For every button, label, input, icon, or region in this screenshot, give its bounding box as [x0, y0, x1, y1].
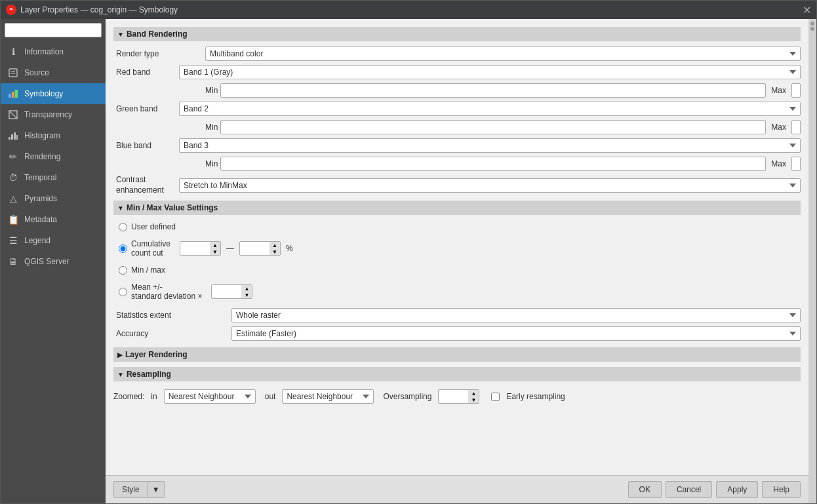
mean-input[interactable]: 2.00: [212, 286, 241, 298]
svg-rect-10: [14, 132, 16, 140]
mean-down[interactable]: ▼: [241, 292, 252, 298]
out-label: out: [265, 392, 276, 401]
sidebar-item-metadata[interactable]: 📋 Metadata: [1, 209, 106, 230]
red-min-input[interactable]: 0: [220, 83, 766, 98]
mean-label: Mean +/-standard deviation ×: [131, 282, 202, 301]
sidebar-item-source[interactable]: Source: [1, 62, 106, 83]
sidebar-item-legend-label: Legend: [24, 236, 50, 245]
green-band-label: Green band: [113, 104, 179, 113]
scroll-dot-2: [810, 27, 814, 31]
render-type-select[interactable]: Multiband color Singleband gray Singleba…: [205, 47, 801, 61]
sidebar-item-transparency[interactable]: Transparency: [1, 104, 106, 125]
ok-button[interactable]: OK: [628, 481, 662, 498]
mean-radio[interactable]: [119, 288, 127, 296]
user-defined-radio[interactable]: [119, 223, 127, 231]
in-label: in: [151, 392, 157, 401]
mean-up[interactable]: ▲: [241, 285, 252, 292]
zoomed-label: Zoomed:: [113, 392, 144, 401]
mean-btns: ▲ ▼: [241, 285, 252, 298]
cumulative-inputs: 2.0 ▲ ▼ — 98.0 ▲: [180, 241, 293, 256]
sidebar-item-histogram-label: Histogram: [24, 131, 60, 140]
green-min-input[interactable]: 0: [220, 120, 766, 134]
search-input[interactable]: [5, 23, 102, 37]
cumulative-max-spinbox: 98.0 ▲ ▼: [239, 241, 281, 256]
resampling-row: Zoomed: in Nearest Neighbour Bilinear Cu…: [113, 387, 801, 406]
help-button[interactable]: Help: [762, 481, 801, 498]
oversampling-spinbox: 2.00 ▲ ▼: [438, 389, 479, 404]
resampling-in-select[interactable]: Nearest Neighbour Bilinear Cubic: [164, 389, 256, 404]
early-resampling-checkbox[interactable]: [491, 393, 500, 401]
red-band-select[interactable]: Band 1 (Gray) Band 2 Band 3 Not set: [179, 65, 801, 79]
source-icon: [7, 67, 19, 79]
band-rendering-section-header[interactable]: ▼ Band Rendering: [113, 27, 801, 41]
red-band-row: Red band Band 1 (Gray) Band 2 Band 3 Not…: [113, 65, 801, 79]
blue-band-select[interactable]: Band 3 Band 1 (Gray) Band 2 Not set: [179, 138, 801, 153]
percent-label: %: [286, 244, 293, 253]
bottom-bar: Style ▼ OK Cancel Apply Help: [106, 475, 808, 503]
blue-max-input[interactable]: 661: [791, 157, 801, 171]
band-rendering-arrow: ▼: [117, 31, 124, 38]
main-panel: ▼ Band Rendering Render type Multiband c…: [106, 19, 808, 503]
cumulative-min-down[interactable]: ▼: [210, 248, 220, 255]
sidebar-item-qgis-server[interactable]: 🖥 QGIS Server: [1, 251, 106, 272]
green-max-input[interactable]: 595: [791, 120, 801, 134]
sidebar-item-symbology[interactable]: Symbology: [1, 83, 106, 104]
oversampling-down[interactable]: ▼: [468, 397, 479, 403]
minmax-arrow: ▼: [117, 204, 124, 212]
layer-rendering-section-header[interactable]: ▶ Layer Rendering: [113, 347, 801, 362]
cancel-button[interactable]: Cancel: [666, 481, 712, 498]
resampling-arrow: ▼: [117, 371, 124, 378]
temporal-icon: ⏱: [7, 172, 19, 184]
accuracy-control: Estimate (Faster) Actual (slower): [231, 326, 801, 341]
green-band-select[interactable]: Band 2 Band 1 (Gray) Band 3 Not set: [179, 102, 801, 116]
oversampling-up[interactable]: ▲: [468, 390, 479, 397]
sidebar-item-pyramids[interactable]: △ Pyramids: [1, 188, 106, 209]
svg-rect-11: [16, 135, 18, 140]
resampling-section-header[interactable]: ▼ Resampling: [113, 367, 801, 381]
close-button[interactable]: ✕: [803, 4, 811, 16]
early-resampling-label: Early resampling: [506, 392, 565, 401]
red-max-input[interactable]: 529: [791, 83, 801, 98]
cumulative-min-up[interactable]: ▲: [210, 242, 220, 248]
blue-min-input[interactable]: 0: [220, 157, 766, 171]
blue-minmax-row: Min 0 Max 661: [113, 157, 801, 171]
blue-max-label: Max: [771, 159, 786, 168]
sidebar-item-rendering[interactable]: ✏ Rendering: [1, 146, 106, 167]
resampling-out-select[interactable]: Nearest Neighbour Bilinear Cubic: [282, 389, 374, 404]
apply-button[interactable]: Apply: [716, 481, 758, 498]
cumulative-max-input[interactable]: 98.0: [240, 242, 269, 254]
contrast-select[interactable]: Stretch to MinMax No enhancement Stretch…: [179, 178, 801, 193]
statistics-extent-select[interactable]: Whole raster Current canvas Updated canv…: [231, 308, 801, 322]
sidebar-item-histogram[interactable]: Histogram: [1, 125, 106, 146]
symbology-icon: [7, 88, 19, 100]
cumulative-radio[interactable]: [119, 244, 127, 253]
sidebar-item-legend[interactable]: ☰ Legend: [1, 230, 106, 251]
sidebar-item-information[interactable]: ℹ Information: [1, 41, 106, 62]
app-icon: [6, 5, 16, 15]
blue-band-row: Blue band Band 3 Band 1 (Gray) Band 2 No…: [113, 138, 801, 153]
svg-rect-6: [15, 90, 18, 98]
resampling-title: Resampling: [127, 370, 171, 379]
cumulative-max-btns: ▲ ▼: [269, 242, 280, 255]
svg-rect-4: [9, 94, 11, 98]
cumulative-row: Cumulativecount cut 2.0 ▲ ▼ —: [119, 237, 801, 260]
green-minmax-row: Min 0 Max 595: [113, 120, 801, 134]
accuracy-select[interactable]: Estimate (Faster) Actual (slower): [231, 326, 801, 341]
minmax-section-header[interactable]: ▼ Min / Max Value Settings: [113, 201, 801, 215]
cumulative-min-input[interactable]: 2.0: [180, 242, 210, 254]
right-decoration: [808, 19, 816, 503]
oversampling-btns: ▲ ▼: [468, 390, 479, 403]
transparency-icon: [7, 109, 19, 121]
style-button[interactable]: Style: [113, 481, 148, 498]
pyramids-icon: △: [7, 193, 19, 204]
cumulative-max-up[interactable]: ▲: [269, 242, 280, 248]
sidebar-item-symbology-label: Symbology: [24, 89, 63, 98]
green-band-row: Green band Band 2 Band 1 (Gray) Band 3 N…: [113, 102, 801, 116]
sidebar-item-temporal[interactable]: ⏱ Temporal: [1, 167, 106, 188]
cumulative-max-down[interactable]: ▼: [269, 248, 280, 255]
oversampling-input[interactable]: 2.00: [439, 391, 468, 402]
style-dropdown-button[interactable]: ▼: [148, 481, 165, 498]
statistics-extent-row: Statistics extent Whole raster Current c…: [113, 308, 801, 322]
minmax-radio[interactable]: [119, 266, 127, 275]
scroll-dot-1: [810, 22, 814, 26]
